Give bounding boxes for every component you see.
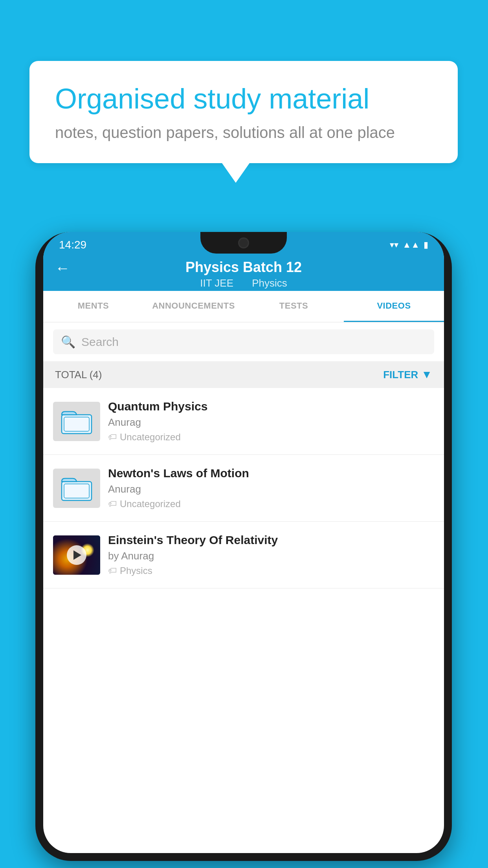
video-author-3: by Anurag bbox=[108, 550, 434, 562]
tab-announcements[interactable]: ANNOUNCEMENTS bbox=[143, 291, 244, 322]
tab-ments[interactable]: MENTS bbox=[43, 291, 143, 322]
speech-bubble-container: Organised study material notes, question… bbox=[29, 61, 458, 183]
filter-icon: ▼ bbox=[421, 368, 432, 381]
back-button[interactable]: ← bbox=[55, 260, 70, 277]
list-item[interactable]: Newton's Laws of Motion Anurag 🏷 Uncateg… bbox=[43, 455, 444, 522]
video-info-3: Einstein's Theory Of Relativity by Anura… bbox=[108, 533, 434, 576]
video-tag-3: 🏷 Physics bbox=[108, 565, 434, 576]
play-triangle bbox=[73, 550, 81, 560]
video-author-1: Anurag bbox=[108, 416, 434, 428]
video-thumbnail-1 bbox=[53, 402, 100, 441]
video-info-1: Quantum Physics Anurag 🏷 Uncategorized bbox=[108, 400, 434, 443]
status-icons: ▾▾ ▲▲ ▮ bbox=[390, 240, 428, 250]
status-time: 14:29 bbox=[59, 239, 86, 251]
video-tag-1: 🏷 Uncategorized bbox=[108, 432, 434, 443]
list-item[interactable]: Einstein's Theory Of Relativity by Anura… bbox=[43, 522, 444, 588]
header-tag1: IIT JEE bbox=[200, 277, 233, 289]
header-tag2: Physics bbox=[252, 277, 287, 289]
folder-icon-2 bbox=[61, 474, 92, 502]
tag-icon-1: 🏷 bbox=[108, 432, 117, 442]
svg-rect-3 bbox=[64, 484, 89, 498]
speech-bubble: Organised study material notes, question… bbox=[29, 61, 458, 163]
tabs: MENTS ANNOUNCEMENTS TESTS VIDEOS bbox=[43, 291, 444, 322]
header-title: Physics Batch 12 bbox=[185, 259, 302, 276]
filter-label: FILTER bbox=[383, 369, 418, 381]
phone-screen: 14:29 ▾▾ ▲▲ ▮ ← Physics Batch 12 IIT JEE… bbox=[43, 232, 444, 853]
folder-icon-1 bbox=[61, 408, 92, 435]
filter-bar: TOTAL (4) FILTER ▼ bbox=[43, 361, 444, 388]
phone-camera bbox=[238, 237, 249, 248]
video-tag-2: 🏷 Uncategorized bbox=[108, 498, 434, 509]
tag-label-1: Uncategorized bbox=[120, 432, 181, 443]
video-title-1: Quantum Physics bbox=[108, 400, 434, 413]
search-placeholder: Search bbox=[81, 335, 119, 349]
search-input-wrap[interactable]: 🔍 Search bbox=[53, 329, 434, 354]
header-subtitle: IIT JEE Physics bbox=[196, 277, 291, 289]
video-author-2: Anurag bbox=[108, 483, 434, 495]
total-count-label: TOTAL (4) bbox=[55, 369, 102, 381]
phone-frame: 14:29 ▾▾ ▲▲ ▮ ← Physics Batch 12 IIT JEE… bbox=[35, 232, 452, 861]
video-title-2: Newton's Laws of Motion bbox=[108, 467, 434, 480]
tag-icon-2: 🏷 bbox=[108, 499, 117, 509]
svg-rect-1 bbox=[64, 417, 89, 431]
video-thumbnail-2 bbox=[53, 469, 100, 508]
battery-icon: ▮ bbox=[424, 240, 428, 250]
speech-bubble-arrow bbox=[222, 163, 250, 183]
tag-label-3: Physics bbox=[120, 565, 152, 576]
video-info-2: Newton's Laws of Motion Anurag 🏷 Uncateg… bbox=[108, 467, 434, 509]
speech-bubble-subtitle: notes, question papers, solutions all at… bbox=[55, 124, 432, 142]
tab-tests[interactable]: TESTS bbox=[244, 291, 344, 322]
list-item[interactable]: Quantum Physics Anurag 🏷 Uncategorized bbox=[43, 388, 444, 455]
wifi-icon: ▾▾ bbox=[390, 240, 398, 250]
video-title-3: Einstein's Theory Of Relativity bbox=[108, 533, 434, 547]
tag-icon-3: 🏷 bbox=[108, 566, 117, 576]
phone-notch bbox=[200, 232, 287, 254]
search-bar: 🔍 Search bbox=[43, 322, 444, 361]
filter-button[interactable]: FILTER ▼ bbox=[383, 368, 432, 381]
video-thumbnail-3 bbox=[53, 535, 100, 575]
speech-bubble-title: Organised study material bbox=[55, 83, 432, 115]
video-list: Quantum Physics Anurag 🏷 Uncategorized bbox=[43, 388, 444, 588]
tag-label-2: Uncategorized bbox=[120, 498, 181, 509]
search-icon: 🔍 bbox=[61, 335, 75, 349]
tab-videos[interactable]: VIDEOS bbox=[344, 291, 444, 322]
signal-icon: ▲▲ bbox=[402, 240, 420, 250]
play-button-3[interactable] bbox=[67, 545, 86, 565]
